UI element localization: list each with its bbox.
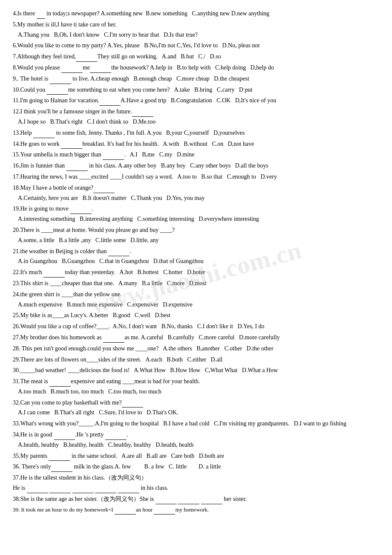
question-11: 11.I'm going to Hainan for vacation.A.Ha…	[13, 95, 379, 106]
question-29: 29.There are lots of flowers on____sides…	[13, 355, 379, 365]
question-19: 19.He is going to move . A.interesting s…	[13, 204, 379, 224]
question-8: 8.Would you please methe housework? A.he…	[13, 63, 379, 73]
question-35: 35.My parents in the same school. A.are …	[13, 451, 379, 461]
question-38: 38.She is the same age as her sister.（改为…	[13, 494, 379, 504]
question-10: 10.Could you me something to eat when yo…	[13, 85, 379, 95]
question-4: 4.Is there in today;s newspaper? A.somet…	[13, 9, 379, 19]
question-16: 16.Jim is funnier than in his class. A.a…	[13, 161, 379, 171]
question-32: 32.Can you come to play basketball with …	[13, 398, 379, 418]
question-37: 37.He is the tallest student in his clas…	[13, 473, 379, 493]
question-27: 27.My brother does his homework as as me…	[13, 332, 379, 343]
question-15: 15.Your umbella is much bigger than . A.…	[13, 150, 379, 160]
question-7: 7.Although they feel tired,They still go…	[13, 52, 379, 62]
question-14: 14.He goes to work breakfast. It's bad f…	[13, 139, 379, 149]
question-33: 33.What's wrong with you?_____.A.I'm goi…	[13, 419, 379, 429]
question-21: 21.the weather in Beijing is colder than…	[13, 246, 379, 267]
question-39: 39. It took me an hour to do my homework…	[13, 505, 379, 515]
question-26: 26.Would you like a cup of coffee?____. …	[13, 321, 379, 332]
question-9: 9.. The hotel is to live. A.cheap enough…	[13, 74, 379, 84]
question-31: 31.The meat is expensive and eating ____…	[13, 376, 379, 397]
question-17: 17.Hearing the news, I was ____excited _…	[13, 172, 379, 182]
question-13: 13.Help to some fish, Jenny. Thanks , I'…	[13, 128, 379, 138]
question-23: 23.This shirt is ____cheaper than that o…	[13, 278, 379, 289]
question-18: 18.May I have a bottle of orange? A.Cert…	[13, 183, 379, 203]
question-30: 30._____bad weather! ____delicious the f…	[13, 365, 379, 376]
question-12: 12.I think you'll be a famouse singer in…	[13, 107, 379, 127]
question-6: 6.Would you like to come to my party? A.…	[13, 40, 379, 51]
question-36: 36. There's only milk in the glass.A. fe…	[13, 462, 379, 472]
question-22: 22.It's much today than yesterday. A.hot…	[13, 267, 379, 278]
question-5: 5.My mother is ill,I have ti take care o…	[13, 20, 379, 40]
question-28: 28. This pen isn't good enough.could you…	[13, 344, 379, 354]
question-34: 34.He is in good .He 's pretty . A.healt…	[13, 430, 379, 450]
question-25: 25.My bike is as____as Lucy's. A.better …	[13, 310, 379, 321]
question-20: 20.There is ____meat at home. Would you …	[13, 225, 379, 246]
question-24: 24.the green shirt is ____than the yello…	[13, 289, 379, 310]
exam-content: 4.Is there in today;s newspaper? A.somet…	[13, 9, 379, 515]
